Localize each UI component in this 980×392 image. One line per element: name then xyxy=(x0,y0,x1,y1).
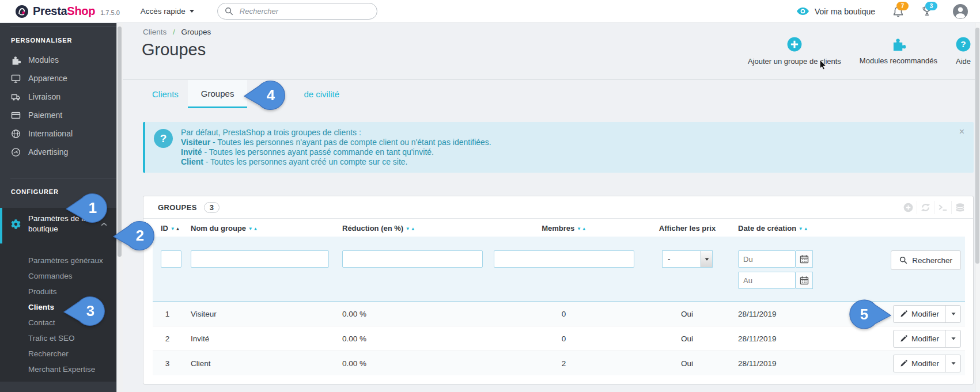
sort-asc-icon[interactable]: ▲ xyxy=(804,226,808,231)
help-button[interactable]: ? Aide xyxy=(956,37,971,66)
filter-date-to-input[interactable] xyxy=(738,272,796,289)
modify-button[interactable]: Modifier xyxy=(893,305,961,323)
annotation-badge-2: 2 xyxy=(111,220,156,251)
pencil-icon xyxy=(900,335,907,342)
sidebar-item-international[interactable]: International xyxy=(0,124,116,143)
breadcrumb-current: Groupes xyxy=(181,28,211,36)
caret-down-icon xyxy=(951,313,955,315)
eye-icon xyxy=(796,7,809,16)
filter-date-from-input[interactable] xyxy=(738,250,796,268)
modify-button[interactable]: Modifier xyxy=(893,330,961,348)
svg-text:4: 4 xyxy=(267,86,275,104)
sort-desc-icon[interactable]: ▼ xyxy=(577,226,581,231)
sort-desc-icon[interactable]: ▼ xyxy=(799,226,803,231)
sort-asc-icon[interactable]: ▲ xyxy=(411,226,415,231)
submenu-parametres-generaux[interactable]: Paramètres généraux xyxy=(28,253,116,268)
add-icon[interactable] xyxy=(900,201,917,214)
calendar-icon[interactable] xyxy=(796,272,813,289)
search-icon xyxy=(899,256,907,264)
groups-table: ID ▼▲ Nom du groupe ▼▲ Réduction (en %) … xyxy=(153,219,965,375)
filter-members-input[interactable] xyxy=(494,250,634,268)
bell-count-badge: 7 xyxy=(896,2,909,10)
sort-asc-icon[interactable]: ▲ xyxy=(176,226,180,231)
col-actions xyxy=(880,219,965,237)
puzzle-icon xyxy=(891,37,906,51)
updates-count-badge: 3 xyxy=(925,2,937,10)
question-circle-icon: ? xyxy=(956,37,971,52)
alert-text: Par défaut, PrestaShop a trois groupes d… xyxy=(181,128,491,167)
tab-groupes[interactable]: Groupes xyxy=(188,80,248,108)
search-input[interactable] xyxy=(239,6,370,16)
sidebar-item-advertising[interactable]: Advertising xyxy=(0,143,116,161)
globe-icon xyxy=(11,129,21,139)
caret-down-icon xyxy=(705,258,709,260)
filter-id-input[interactable] xyxy=(161,250,181,268)
annotation-badge-5: 5 xyxy=(848,299,893,330)
count-badge: 3 xyxy=(204,202,220,213)
col-members: Membres ▼▲ xyxy=(487,219,641,237)
col-name: Nom du groupe ▼▲ xyxy=(183,219,334,237)
table-row: 3 Client 0.00 % 2 Oui 28/11/2019 Modifie… xyxy=(153,351,965,376)
date-to-group xyxy=(738,272,880,289)
tab-clients[interactable]: Clients xyxy=(143,80,188,108)
quick-access-menu[interactable]: Accès rapide xyxy=(141,7,194,16)
profile-menu[interactable] xyxy=(952,3,968,20)
groups-panel: GROUPES 3 xyxy=(143,196,974,385)
select-button xyxy=(701,251,712,267)
add-group-button[interactable]: Ajouter un groupe de clients xyxy=(748,37,841,66)
global-search xyxy=(217,3,377,20)
gauge-icon xyxy=(11,147,21,157)
submenu-trafic-seo[interactable]: Trafic et SEO xyxy=(28,330,116,346)
svg-text:2: 2 xyxy=(136,227,144,244)
sort-asc-icon[interactable]: ▲ xyxy=(582,226,587,231)
submenu-merchant-expertise[interactable]: Merchant Expertise xyxy=(28,361,116,377)
active-accent-bar xyxy=(0,208,2,243)
page-scrollbar-thumb[interactable] xyxy=(975,28,979,264)
filter-name-input[interactable] xyxy=(191,250,329,268)
sort-desc-icon[interactable]: ▼ xyxy=(406,226,410,231)
modify-button[interactable]: Modifier xyxy=(893,355,961,372)
sort-desc-icon[interactable]: ▼ xyxy=(171,226,175,231)
svg-text:1: 1 xyxy=(89,199,97,216)
sidebar-item-modules[interactable]: Modules xyxy=(0,51,116,69)
sidebar-item-paiement[interactable]: Paiement xyxy=(0,106,116,124)
filter-show-prices-select[interactable]: - xyxy=(662,250,713,268)
notifications-bell[interactable]: 7 xyxy=(892,6,904,17)
close-icon[interactable]: × xyxy=(959,127,964,137)
table-row: 2 Invité 0.00 % 0 Oui 28/11/2019 Modifie… xyxy=(153,326,965,351)
table-row: 1 Visiteur 0.00 % 0 Oui 28/11/2019 Modif… xyxy=(153,302,965,326)
panel-header-icons xyxy=(900,201,968,214)
breadcrumb: Clients / Groupes xyxy=(143,28,211,36)
caret-down-icon xyxy=(951,362,955,365)
sidebar-item-apparence[interactable]: Apparence xyxy=(0,69,116,87)
calendar-icon[interactable] xyxy=(796,250,813,268)
filter-search-button[interactable]: Rechercher xyxy=(891,250,961,270)
refresh-icon[interactable] xyxy=(917,201,934,214)
submenu-rechercher[interactable]: Rechercher xyxy=(28,346,116,361)
table-header-row: ID ▼▲ Nom du groupe ▼▲ Réduction (en %) … xyxy=(153,219,965,237)
recommended-modules-button[interactable]: Modules recommandés xyxy=(860,37,937,65)
sidebar-section-personnaliser: PERSONNALISER xyxy=(0,27,116,51)
breadcrumb-clients[interactable]: Clients xyxy=(143,28,167,36)
dropdown-toggle[interactable] xyxy=(945,355,960,372)
svg-text:?: ? xyxy=(960,39,966,49)
pencil-icon xyxy=(900,360,907,367)
sort-asc-icon[interactable]: ▲ xyxy=(253,226,258,231)
view-shop-link[interactable]: Voir ma boutique xyxy=(796,7,875,16)
prestashop-logo[interactable]: PrestaShop xyxy=(15,5,95,18)
notifications-updates[interactable]: 3 xyxy=(921,6,933,17)
terminal-icon[interactable] xyxy=(934,201,951,214)
prestashop-logo-icon xyxy=(15,5,29,18)
main-content: Clients / Groupes Groupes Ajouter un gro… xyxy=(123,23,980,392)
svg-text:5: 5 xyxy=(860,306,868,323)
dropdown-toggle[interactable] xyxy=(945,330,960,347)
database-icon[interactable] xyxy=(951,201,968,214)
dropdown-toggle[interactable] xyxy=(945,306,960,322)
prestashop-admin-window: PrestaShop 1.7.5.0 Accès rapide Voir ma … xyxy=(0,0,980,392)
filter-reduction-input[interactable] xyxy=(342,250,483,268)
svg-text:3: 3 xyxy=(86,302,94,319)
brand-text: PrestaShop xyxy=(33,5,95,18)
sidebar-item-livraison[interactable]: Livraison xyxy=(0,87,116,106)
submenu-commandes[interactable]: Commandes xyxy=(28,268,116,284)
sort-desc-icon[interactable]: ▼ xyxy=(248,226,253,231)
